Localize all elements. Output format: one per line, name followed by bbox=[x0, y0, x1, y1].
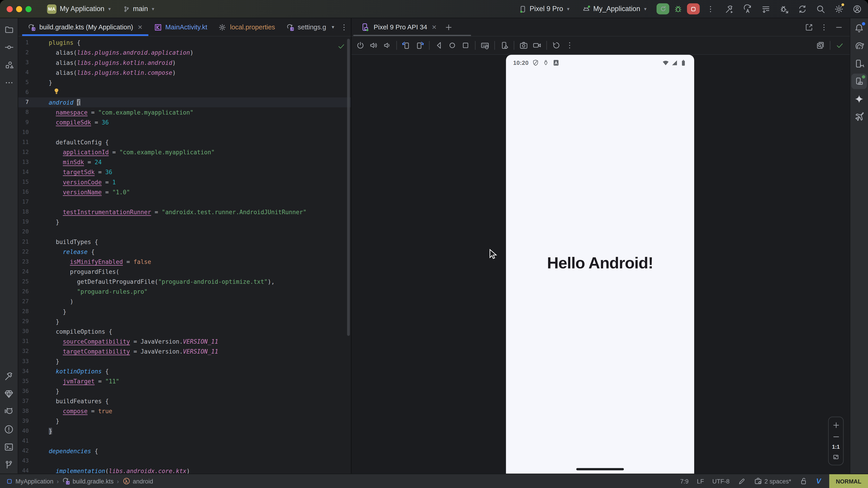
more-run-options-button[interactable] bbox=[706, 5, 715, 13]
debug-button[interactable] bbox=[674, 4, 682, 13]
logcat-tool-button[interactable] bbox=[1, 404, 17, 420]
code-line-29[interactable]: 29 } bbox=[18, 317, 351, 326]
code-line-27[interactable]: 27 ) bbox=[18, 297, 351, 306]
code-line-25[interactable]: 25 getDefaultProguardFile("proguard-andr… bbox=[18, 276, 351, 287]
code-line-30[interactable]: 30 compileOptions { bbox=[18, 326, 351, 336]
code-line-38[interactable]: 38 compose = true bbox=[18, 406, 351, 416]
code-line-20[interactable]: 20 bbox=[18, 227, 351, 237]
code-line-8[interactable]: 8 namespace = "com.example.myapplication… bbox=[18, 107, 351, 117]
code-line-35[interactable]: 35 jvmTarget = "11" bbox=[18, 376, 351, 386]
zoom-out-button[interactable] bbox=[832, 432, 840, 441]
editor-scrollbar[interactable] bbox=[347, 39, 350, 336]
code-line-36[interactable]: 36 } bbox=[18, 386, 351, 396]
settings-gear-button[interactable] bbox=[833, 3, 844, 14]
code-line-10[interactable]: 10 bbox=[18, 127, 351, 137]
gemini-sparkle-tool-button[interactable] bbox=[851, 91, 867, 107]
more-tool-button[interactable] bbox=[1, 75, 17, 90]
code-line-5[interactable]: 5} bbox=[18, 77, 351, 88]
code-line-43[interactable]: 43 bbox=[18, 456, 351, 466]
code-line-24[interactable]: 24 proguardFiles( bbox=[18, 267, 351, 276]
code-line-1[interactable]: 1plugins { bbox=[18, 38, 351, 48]
breadcrumb-item[interactable]: android bbox=[122, 477, 153, 485]
app-quality-insights-tool-button[interactable] bbox=[1, 386, 17, 402]
code-line-34[interactable]: 34 kotlinOptions { bbox=[18, 366, 351, 376]
terminal-tool-button[interactable] bbox=[1, 439, 17, 455]
code-editor[interactable]: 1plugins {2 alias(libs.plugins.android.a… bbox=[18, 37, 351, 474]
build-hammer-button[interactable] bbox=[723, 3, 735, 14]
encoding-widget[interactable]: UTF-8 bbox=[712, 478, 730, 484]
home-button[interactable] bbox=[447, 40, 458, 51]
profile-avatar-button[interactable] bbox=[851, 3, 863, 14]
code-line-13[interactable]: 13 minSdk = 24 bbox=[18, 157, 351, 167]
apply-changes-button[interactable] bbox=[742, 3, 753, 14]
code-line-40[interactable]: 40} bbox=[18, 426, 351, 436]
code-line-12[interactable]: 12 applicationId = "com.example.myapplic… bbox=[18, 147, 351, 157]
airplane-tool-button[interactable] bbox=[851, 109, 867, 125]
inspections-ok-icon[interactable] bbox=[337, 42, 345, 51]
code-line-16[interactable]: 16 versionName = "1.0" bbox=[18, 187, 351, 197]
zoom-fit-button[interactable] bbox=[832, 453, 840, 461]
ideavim-icon[interactable]: V bbox=[816, 477, 821, 485]
caret-position-widget[interactable]: 7:9 bbox=[680, 478, 688, 484]
gradle-elephant-tool-button[interactable] bbox=[851, 38, 867, 54]
commit-tool-button[interactable] bbox=[1, 39, 17, 55]
code-line-9[interactable]: 9 compileSdk = 36 bbox=[18, 117, 351, 127]
code-line-15[interactable]: 15 versionCode = 1 bbox=[18, 177, 351, 187]
back-button[interactable] bbox=[434, 40, 445, 51]
rotate-left-button[interactable] bbox=[401, 40, 412, 51]
apply-code-changes-button[interactable] bbox=[760, 3, 771, 14]
problems-tool-button[interactable] bbox=[1, 422, 17, 437]
device-selector[interactable]: Pixel 9 Pro ▾ bbox=[519, 5, 570, 13]
code-line-2[interactable]: 2 alias(libs.plugins.android.application… bbox=[18, 48, 351, 58]
emulator-screen[interactable]: 10:20 Hello Android! bbox=[506, 55, 694, 474]
status-check-button[interactable] bbox=[834, 40, 845, 51]
editor-tab-local-properties[interactable]: local.properties bbox=[213, 18, 281, 36]
code-line-41[interactable]: 41 bbox=[18, 436, 351, 446]
highlighting-pen-icon[interactable] bbox=[738, 477, 745, 485]
snapshot-reset-button[interactable] bbox=[551, 40, 562, 51]
code-line-28[interactable]: 28 } bbox=[18, 306, 351, 317]
version-control-tool-button[interactable] bbox=[1, 457, 17, 473]
indent-widget[interactable]: 2 spaces* bbox=[754, 477, 791, 485]
editor-tab-settings-g[interactable]: settings.g bbox=[281, 18, 332, 36]
hide-panel-icon[interactable] bbox=[835, 23, 843, 31]
device-manager-tool-button[interactable] bbox=[851, 56, 867, 71]
power-button[interactable] bbox=[355, 40, 366, 51]
line-separator-widget[interactable]: LF bbox=[697, 478, 704, 484]
code-line-17[interactable]: 17 bbox=[18, 197, 351, 207]
tab-scrollbar[interactable] bbox=[353, 35, 471, 36]
macos-zoom-button[interactable] bbox=[26, 6, 32, 12]
keyboard-input-button[interactable] bbox=[479, 40, 491, 51]
code-line-39[interactable]: 39 } bbox=[18, 416, 351, 426]
macos-minimize-button[interactable] bbox=[16, 6, 22, 12]
more-vertical-button[interactable] bbox=[564, 40, 575, 51]
resource-manager-tool-button[interactable] bbox=[1, 57, 17, 72]
breadcrumb-item[interactable]: MyApplication bbox=[5, 477, 53, 485]
intention-bulb-icon[interactable] bbox=[53, 88, 60, 95]
more-vertical-icon[interactable] bbox=[820, 23, 828, 31]
code-line-4[interactable]: 4 alias(libs.plugins.kotlin.compose) bbox=[18, 68, 351, 77]
code-line-22[interactable]: 22 release { bbox=[18, 247, 351, 257]
search-everywhere-button[interactable] bbox=[815, 3, 826, 14]
sync-arrows-button[interactable] bbox=[797, 3, 808, 14]
editor-tab-build-gradle-kts-my-application-[interactable]: build.gradle.kts (My Application)✕ bbox=[22, 18, 148, 36]
rerun-button[interactable] bbox=[656, 3, 669, 14]
code-line-18[interactable]: 18 testInstrumentationRunner = "androidx… bbox=[18, 207, 351, 217]
add-device-tab-button[interactable] bbox=[444, 23, 453, 31]
macos-close-button[interactable] bbox=[6, 6, 13, 12]
notifications-bell-tool-button[interactable] bbox=[851, 21, 867, 36]
volume-up-button[interactable] bbox=[368, 40, 379, 51]
run-configuration-selector[interactable]: My_Application ▾ bbox=[582, 4, 648, 13]
zoom-actual-size-button[interactable]: 1:1 bbox=[832, 444, 840, 450]
code-line-32[interactable]: 32 targetCompatibility = JavaVersion.VER… bbox=[18, 346, 351, 356]
running-devices-tool-button[interactable] bbox=[851, 74, 867, 89]
vim-mode-badge[interactable]: NORMAL bbox=[829, 474, 868, 488]
close-tab-icon[interactable]: ✕ bbox=[137, 24, 143, 31]
rotate-right-button[interactable] bbox=[414, 40, 425, 51]
device-settings-button[interactable] bbox=[499, 40, 510, 51]
volume-down-button[interactable] bbox=[381, 40, 393, 51]
code-line-37[interactable]: 37 buildFeatures { bbox=[18, 396, 351, 406]
code-line-6[interactable]: 6 bbox=[18, 88, 351, 97]
code-line-44[interactable]: 44 implementation(libs.androidx.core.ktx… bbox=[18, 466, 351, 474]
overview-button[interactable] bbox=[460, 40, 471, 51]
